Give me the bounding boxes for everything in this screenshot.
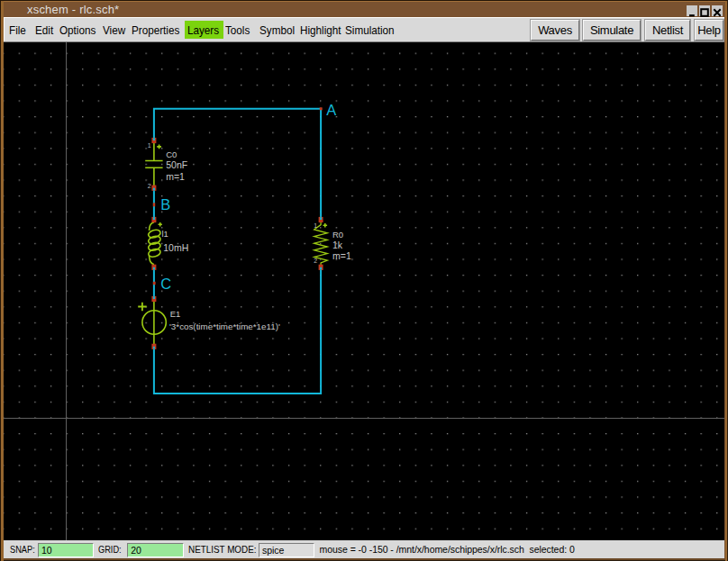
svg-text:1k: 1k xyxy=(332,240,343,250)
svg-text:1: 1 xyxy=(314,222,317,229)
svg-text:B: B xyxy=(160,196,170,213)
svg-text:C0: C0 xyxy=(166,149,177,159)
svg-text:C: C xyxy=(160,276,171,292)
svg-text:m=1: m=1 xyxy=(332,250,351,261)
svg-text:10mH: 10mH xyxy=(163,242,188,253)
svg-text:m=1: m=1 xyxy=(166,171,185,182)
svg-text:'3*cos(time*time*time*1e11)': '3*cos(time*time*time*1e11)' xyxy=(169,321,280,331)
svg-text:l1: l1 xyxy=(162,229,168,239)
svg-text:R0: R0 xyxy=(332,230,343,240)
svg-text:2: 2 xyxy=(148,183,151,189)
svg-text:1: 1 xyxy=(148,142,151,149)
svg-text:50nF: 50nF xyxy=(166,159,187,170)
svg-text:E1: E1 xyxy=(170,309,181,319)
svg-text:A: A xyxy=(326,102,336,118)
svg-text:2: 2 xyxy=(314,258,317,264)
